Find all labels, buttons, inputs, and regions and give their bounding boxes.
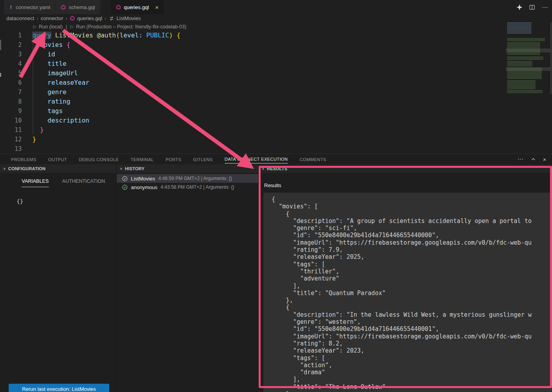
panel-tab-gitlens[interactable]: GITLENS bbox=[193, 155, 213, 163]
sparkle-icon[interactable] bbox=[517, 4, 522, 10]
codelens-separator: | bbox=[66, 24, 67, 30]
indent-guide bbox=[33, 32, 33, 134]
results-label: Results bbox=[264, 182, 552, 188]
history-item-name: anonymous bbox=[131, 184, 157, 190]
code-area: 1query ListMovies @auth(level: PUBLIC) {… bbox=[0, 31, 552, 154]
graphql-file-icon bbox=[70, 16, 75, 21]
code-line[interactable]: 5 imageUrl bbox=[0, 69, 552, 78]
history-item[interactable]: ListMovies4:48:59 PM GMT+2 | Arguments: … bbox=[117, 174, 258, 183]
configuration-tabs: VARIABLES AUTHENTICATION bbox=[0, 173, 116, 187]
line-number: 6 bbox=[0, 78, 22, 87]
code-line[interactable]: 9 tags bbox=[0, 106, 552, 116]
code-line[interactable]: 8 rating bbox=[0, 97, 552, 106]
panel-tab-terminal[interactable]: TERMINAL bbox=[131, 155, 154, 163]
history-item-meta: 4:48:59 PM GMT+2 | Arguments: {} bbox=[158, 176, 232, 181]
code-line[interactable]: 12} bbox=[0, 135, 552, 144]
history-item[interactable]: anonymous4:43:58 PM GMT+2 | Arguments: {… bbox=[117, 183, 258, 191]
tab-schema-gql[interactable]: schema.gql bbox=[56, 0, 100, 14]
history-list: ListMovies4:48:59 PM GMT+2 | Arguments: … bbox=[117, 174, 258, 191]
code-line[interactable]: 1query ListMovies @auth(level: PUBLIC) { bbox=[0, 31, 552, 40]
code-line[interactable]: 13 bbox=[0, 144, 552, 154]
tab-label: connector.yaml bbox=[16, 4, 50, 10]
minimap[interactable] bbox=[506, 22, 552, 94]
line-number: 11 bbox=[0, 125, 22, 135]
results-title: RESULTS bbox=[267, 166, 287, 171]
run-production-link[interactable]: Run (Production – Project: friendly-flix… bbox=[76, 24, 186, 30]
configuration-section: ∨ CONFIGURATION VARIABLES AUTHENTICATION… bbox=[0, 164, 117, 392]
line-number: 2 bbox=[0, 40, 22, 50]
split-editor-icon[interactable] bbox=[529, 4, 535, 10]
tab-authentication[interactable]: AUTHENTICATION bbox=[62, 178, 105, 187]
breadcrumb-separator: › bbox=[65, 15, 67, 21]
line-number: 13 bbox=[0, 144, 22, 154]
history-item-name: ListMovies bbox=[131, 176, 155, 182]
tab-queries-gql[interactable]: queries.gql × bbox=[111, 0, 164, 14]
line-number: 7 bbox=[0, 87, 22, 97]
tab-label: schema.gql bbox=[69, 4, 95, 10]
code-line[interactable]: 11 } bbox=[0, 125, 552, 135]
editor-edge-mark bbox=[0, 40, 1, 50]
line-number: 4 bbox=[0, 59, 22, 69]
breadcrumb-item-listmovies[interactable]: ListMovies bbox=[117, 15, 141, 21]
results-section: ∨ RESULTS Results { "movies": [ { "descr… bbox=[259, 164, 552, 392]
line-number: 5 bbox=[0, 69, 22, 78]
code-line[interactable]: 4 title bbox=[0, 59, 552, 69]
configuration-header[interactable]: ∨ CONFIGURATION bbox=[0, 164, 116, 173]
code-line[interactable]: 6 releaseYear bbox=[0, 78, 552, 87]
results-json: { "movies": [ { "description": "A group … bbox=[263, 193, 552, 392]
line-number: 3 bbox=[0, 50, 22, 59]
tab-label: queries.gql bbox=[124, 4, 149, 10]
breadcrumb-item-queries-gql[interactable]: queries.gql bbox=[77, 15, 103, 21]
line-number: 9 bbox=[0, 106, 22, 116]
maximize-panel-icon[interactable] bbox=[531, 157, 536, 162]
graphql-file-icon bbox=[61, 5, 66, 10]
tab-variables[interactable]: VARIABLES bbox=[22, 178, 49, 187]
check-circle-icon bbox=[122, 176, 128, 182]
editor-tab-bar: ! connector.yaml schema.gql queries.gql … bbox=[0, 0, 552, 14]
rerun-last-execution-button[interactable]: Rerun last execution: ListMovies bbox=[9, 384, 109, 392]
yaml-file-icon: ! bbox=[9, 4, 13, 10]
panel-tab-bar: PROBLEMS OUTPUT DEBUG CONSOLE TERMINAL P… bbox=[0, 154, 552, 164]
variables-value[interactable]: {} bbox=[17, 198, 116, 204]
code-line[interactable]: 10 description bbox=[0, 116, 552, 125]
breadcrumb-item-dataconnect[interactable]: dataconnect bbox=[6, 15, 34, 21]
check-circle-icon bbox=[122, 184, 128, 190]
panel-actions: ⋯ × bbox=[517, 154, 546, 164]
panel-tab-ports[interactable]: PORTS bbox=[166, 155, 181, 163]
close-tab-icon[interactable]: × bbox=[155, 4, 159, 10]
code-editor[interactable]: 1query ListMovies @auth(level: PUBLIC) {… bbox=[0, 31, 552, 154]
code-line[interactable]: 2 movies { bbox=[0, 40, 552, 50]
code-line[interactable]: 3 id bbox=[0, 50, 552, 59]
breadcrumb: dataconnect › connector › queries.gql › … bbox=[0, 14, 552, 22]
panel-tab-debug-console[interactable]: DEBUG CONSOLE bbox=[79, 155, 119, 163]
graphql-file-icon bbox=[116, 5, 121, 10]
breadcrumb-item-connector[interactable]: connector bbox=[41, 15, 63, 21]
line-number: 8 bbox=[0, 97, 22, 106]
configuration-title: CONFIGURATION bbox=[8, 166, 46, 171]
run-local-link[interactable]: Run (local) bbox=[39, 24, 62, 30]
bottom-panel: PROBLEMS OUTPUT DEBUG CONSOLE TERMINAL P… bbox=[0, 154, 552, 392]
panel-tab-problems[interactable]: PROBLEMS bbox=[11, 155, 36, 163]
chevron-down-icon: ∨ bbox=[120, 167, 123, 171]
history-section: ∨ HISTORY ListMovies4:48:59 PM GMT+2 | A… bbox=[117, 164, 259, 392]
tab-connector-yaml[interactable]: ! connector.yaml bbox=[4, 0, 55, 14]
panel-tab-data-connect-execution[interactable]: DATA CONNECT EXECUTION bbox=[225, 155, 288, 163]
more-actions-icon[interactable]: ⋯ bbox=[517, 156, 523, 163]
play-icon: ▷ bbox=[33, 24, 36, 29]
history-header[interactable]: ∨ HISTORY bbox=[117, 164, 258, 173]
operation-icon bbox=[109, 16, 114, 21]
minimap-scrollbar[interactable] bbox=[550, 22, 552, 94]
close-panel-icon[interactable]: × bbox=[543, 156, 546, 163]
line-number: 12 bbox=[0, 135, 22, 144]
code-line[interactable]: 7 genre bbox=[0, 87, 552, 97]
breadcrumb-separator: › bbox=[104, 15, 106, 21]
breadcrumb-separator: › bbox=[37, 15, 38, 21]
results-json-block: { "movies": [ { "description": "A group … bbox=[263, 193, 552, 392]
line-number: 10 bbox=[0, 116, 22, 125]
results-header[interactable]: ∨ RESULTS bbox=[259, 164, 552, 173]
chevron-down-icon: ∨ bbox=[262, 167, 265, 171]
codelens: ▷ Run (local) | ▷ Run (Production – Proj… bbox=[0, 22, 552, 31]
more-actions-icon[interactable]: ⋯ bbox=[542, 4, 548, 11]
panel-tab-comments[interactable]: COMMENTS bbox=[300, 155, 326, 163]
panel-tab-output[interactable]: OUTPUT bbox=[48, 155, 67, 163]
